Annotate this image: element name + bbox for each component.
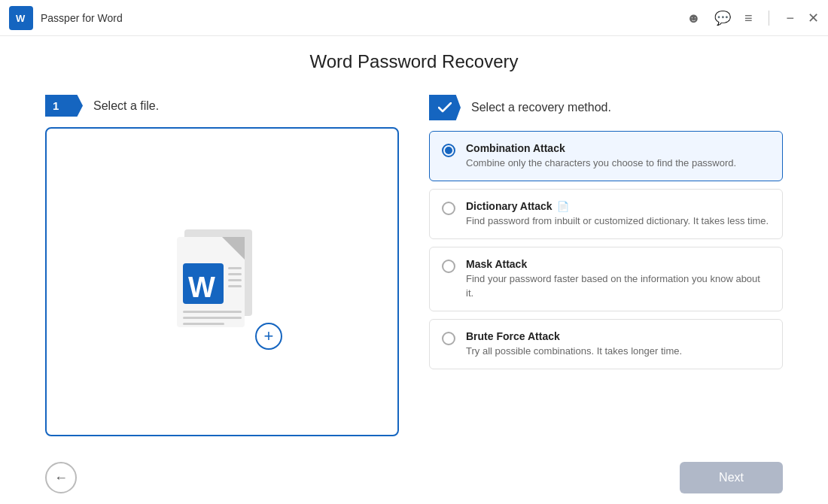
method-combination-title: Combination Attack xyxy=(466,142,770,154)
method-dictionary-text: Dictionary Attack 📄 Find password from i… xyxy=(466,200,770,228)
method-mask-text: Mask Attack Find your password faster ba… xyxy=(466,258,770,299)
radio-combination-inner xyxy=(445,147,452,154)
method-bruteforce[interactable]: Brute Force Attack Try all possible comb… xyxy=(429,319,783,369)
method-bruteforce-desc: Try all possible combinations. It takes … xyxy=(466,345,770,358)
svg-rect-12 xyxy=(183,317,242,319)
method-combination-text: Combination Attack Combine only the char… xyxy=(466,142,770,170)
svg-text:W: W xyxy=(188,272,215,303)
step-one-badge: 1 xyxy=(45,95,83,117)
method-dictionary-title: Dictionary Attack 📄 xyxy=(466,200,770,212)
svg-rect-8 xyxy=(228,273,242,275)
main-content: Word Password Recovery 1 Select a file. xyxy=(0,36,828,451)
title-bar: W Passper for Word ☻ 💬 ≡ − ✕ xyxy=(0,0,828,36)
method-mask-desc: Find your password faster based on the i… xyxy=(466,272,770,299)
step-two-badge xyxy=(429,95,461,120)
method-bruteforce-title: Brute Force Attack xyxy=(466,330,770,342)
menu-icon[interactable]: ≡ xyxy=(744,11,753,25)
page-title: Word Password Recovery xyxy=(45,51,783,72)
radio-combination[interactable] xyxy=(442,144,455,157)
step-two-label: Select a recovery method. xyxy=(471,101,611,114)
left-column: 1 Select a file. W xyxy=(45,95,399,436)
next-button[interactable]: Next xyxy=(680,462,783,493)
method-bruteforce-text: Brute Force Attack Try all possible comb… xyxy=(466,330,770,358)
radio-bruteforce[interactable] xyxy=(442,332,455,345)
method-dictionary[interactable]: Dictionary Attack 📄 Find password from i… xyxy=(429,189,783,239)
minimize-icon[interactable]: − xyxy=(786,11,794,25)
method-combination[interactable]: Combination Attack Combine only the char… xyxy=(429,131,783,181)
svg-rect-9 xyxy=(228,279,242,281)
chat-icon[interactable]: 💬 xyxy=(714,11,731,25)
step-one-header: 1 Select a file. xyxy=(45,95,399,117)
add-file-icon[interactable]: + xyxy=(255,323,282,350)
svg-rect-11 xyxy=(183,311,242,313)
step-one-label: Select a file. xyxy=(93,99,159,113)
account-icon[interactable]: ☻ xyxy=(686,11,701,25)
app-logo: W xyxy=(9,6,33,30)
document-svg: W xyxy=(169,222,275,342)
app-title: Passper for Word xyxy=(41,12,686,24)
separator xyxy=(769,11,769,26)
svg-text:W: W xyxy=(16,13,26,24)
dictionary-link-icon: 📄 xyxy=(557,201,569,212)
radio-mask[interactable] xyxy=(442,260,455,273)
checkmark-icon xyxy=(438,102,452,113)
two-column-layout: 1 Select a file. W xyxy=(45,95,783,436)
method-combination-desc: Combine only the characters you choose t… xyxy=(466,156,770,170)
word-doc-icon: W + xyxy=(169,222,275,342)
right-column: Select a recovery method. Combination At… xyxy=(429,95,783,436)
file-drop-zone[interactable]: W + xyxy=(45,127,399,436)
recovery-methods-list: Combination Attack Combine only the char… xyxy=(429,131,783,369)
svg-rect-7 xyxy=(228,267,242,269)
step-two-header: Select a recovery method. xyxy=(429,95,783,120)
method-mask-title: Mask Attack xyxy=(466,258,770,270)
svg-rect-10 xyxy=(228,285,242,287)
radio-dictionary[interactable] xyxy=(442,202,455,215)
svg-rect-13 xyxy=(183,323,224,325)
back-button[interactable]: ← xyxy=(45,462,77,493)
method-dictionary-desc: Find password from inbuilt or customized… xyxy=(466,214,770,228)
title-bar-controls: ☻ 💬 ≡ − ✕ xyxy=(686,11,819,26)
bottom-bar: ← Next xyxy=(0,451,828,504)
method-mask[interactable]: Mask Attack Find your password faster ba… xyxy=(429,247,783,311)
close-icon[interactable]: ✕ xyxy=(808,11,819,25)
